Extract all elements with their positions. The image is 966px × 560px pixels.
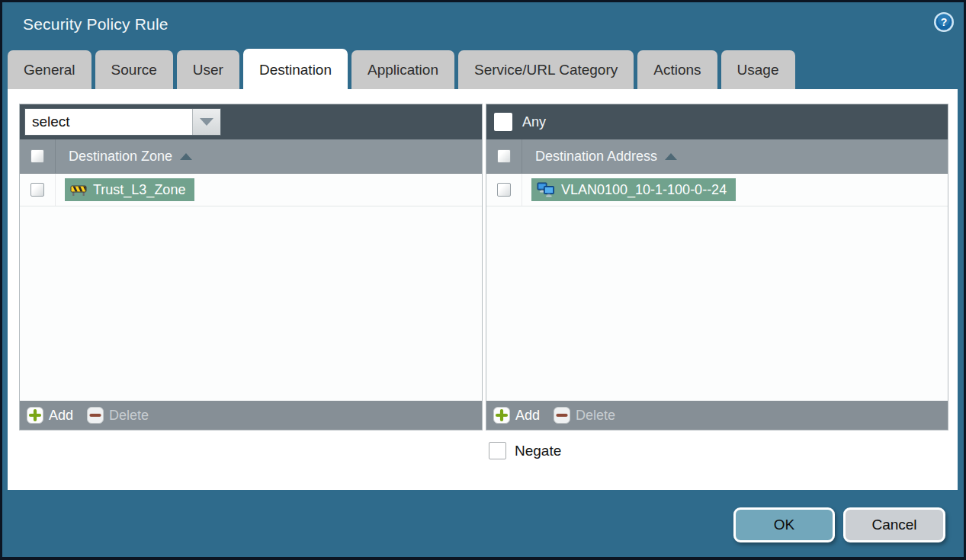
- plus-icon: [493, 407, 510, 424]
- svg-text:?: ?: [941, 16, 948, 28]
- zone-column-header[interactable]: Destination Zone: [56, 149, 192, 165]
- address-add-button[interactable]: Add: [493, 407, 540, 424]
- tab-source[interactable]: Source: [95, 50, 173, 89]
- zone-column-label: Destination Zone: [69, 149, 172, 165]
- zone-type-select[interactable]: select: [24, 108, 221, 136]
- minus-icon: [87, 407, 104, 424]
- zone-add-button[interactable]: Add: [27, 407, 73, 424]
- zone-panel-footer: Add Delete: [20, 401, 482, 430]
- tab-content-destination: select Destination Zone: [8, 89, 958, 490]
- security-policy-rule-dialog: Security Policy Rule ? General Source Us…: [2, 2, 964, 557]
- plus-icon: [27, 407, 43, 424]
- zone-table-body: Trust_L3_Zone: [20, 174, 482, 401]
- address-table-body: VLAN0100_10-1-100-0--24: [486, 174, 948, 401]
- any-toggle[interactable]: Any: [491, 113, 546, 131]
- address-add-label: Add: [515, 408, 540, 424]
- destination-zone-panel: select Destination Zone: [19, 104, 483, 430]
- chevron-down-icon: [200, 118, 213, 126]
- zone-tag-trust-l3-zone[interactable]: Trust_L3_Zone: [65, 178, 194, 201]
- any-checkbox[interactable]: [494, 113, 512, 131]
- tab-actions[interactable]: Actions: [637, 50, 717, 89]
- dialog-titlebar: Security Policy Rule ?: [2, 2, 964, 50]
- minus-icon: [554, 407, 570, 424]
- address-row-checkbox[interactable]: [497, 183, 511, 197]
- zone-delete-button[interactable]: Delete: [87, 407, 149, 424]
- zone-table-header: Destination Zone: [20, 139, 482, 174]
- address-row-checkbox-cell: [486, 174, 522, 206]
- address-select-all-checkbox[interactable]: [497, 149, 511, 163]
- tab-usage[interactable]: Usage: [721, 50, 795, 89]
- zone-type-select-value: select: [25, 109, 192, 135]
- address-tag-label: VLAN0100_10-1-100-0--24: [561, 182, 727, 198]
- table-row: VLAN0100_10-1-100-0--24: [486, 174, 948, 206]
- cancel-button[interactable]: Cancel: [843, 507, 945, 542]
- zone-row-checkbox[interactable]: [30, 183, 44, 197]
- zone-panel-toolbar: select: [20, 104, 482, 139]
- tab-destination[interactable]: Destination: [243, 49, 348, 89]
- address-delete-button[interactable]: Delete: [554, 407, 615, 424]
- ok-button[interactable]: OK: [733, 507, 835, 542]
- address-column-label: Destination Address: [535, 149, 657, 165]
- sort-ascending-triangle-icon: [665, 153, 677, 160]
- zone-row-checkbox-cell: [20, 174, 56, 206]
- address-delete-label: Delete: [576, 408, 615, 424]
- address-panel-footer: Add Delete: [486, 401, 948, 430]
- zone-select-all-cell: [20, 139, 56, 173]
- help-icon[interactable]: ?: [933, 11, 955, 33]
- zone-add-label: Add: [49, 408, 73, 424]
- negate-label: Negate: [515, 443, 561, 459]
- network-hosts-icon: [537, 182, 555, 198]
- zone-delete-label: Delete: [109, 408, 149, 424]
- zone-barrier-icon: [70, 183, 87, 197]
- negate-toggle[interactable]: Negate: [489, 442, 561, 459]
- zone-tag-label: Trust_L3_Zone: [93, 182, 185, 198]
- dialog-title: Security Policy Rule: [23, 15, 168, 34]
- screenshot-frame: Security Policy Rule ? General Source Us…: [0, 0, 966, 560]
- zone-type-select-button[interactable]: [192, 109, 220, 135]
- zone-select-all-checkbox[interactable]: [30, 149, 44, 163]
- tab-service-url-category[interactable]: Service/URL Category: [458, 50, 634, 89]
- tab-general[interactable]: General: [8, 50, 91, 89]
- tab-bar: General Source User Destination Applicat…: [8, 50, 795, 89]
- negate-checkbox[interactable]: [489, 442, 506, 459]
- address-table-header: Destination Address: [486, 139, 948, 174]
- table-row: Trust_L3_Zone: [20, 174, 482, 206]
- tab-user[interactable]: User: [177, 50, 239, 89]
- any-label: Any: [522, 114, 546, 130]
- address-column-header[interactable]: Destination Address: [522, 149, 677, 165]
- destination-address-panel: Any Destination Address: [486, 104, 948, 430]
- sort-ascending-triangle-icon: [180, 153, 192, 160]
- address-panel-toolbar: Any: [486, 104, 948, 139]
- address-select-all-cell: [486, 139, 522, 173]
- address-tag-vlan0100[interactable]: VLAN0100_10-1-100-0--24: [531, 178, 736, 201]
- tab-application[interactable]: Application: [351, 50, 454, 89]
